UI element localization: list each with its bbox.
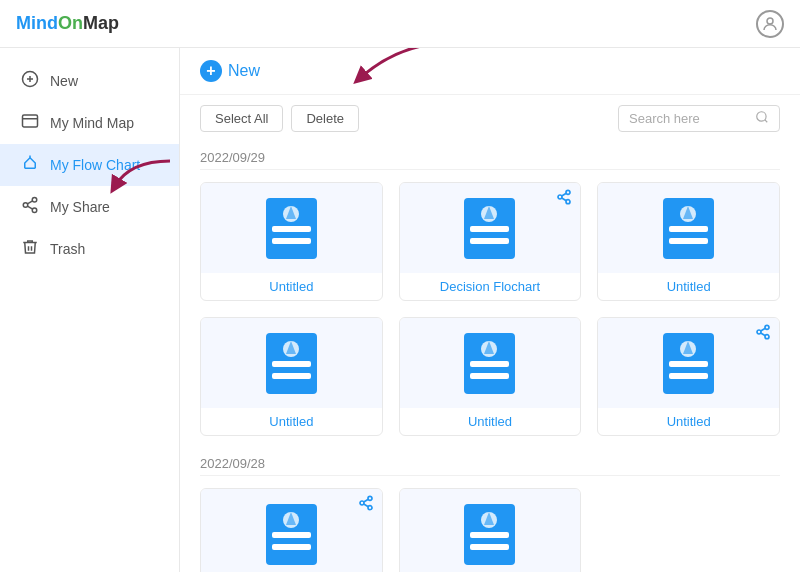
file-card-5-label: Untitled — [400, 408, 581, 435]
svg-rect-29 — [470, 238, 509, 244]
file-card-6[interactable]: Untitled — [597, 317, 780, 436]
svg-line-25 — [562, 198, 567, 201]
logo-map: Map — [83, 13, 119, 34]
svg-rect-63 — [272, 532, 311, 538]
sidebar-item-my-mind-map[interactable]: My Mind Map — [0, 102, 179, 144]
file-grid-2: DRD Untitled — [180, 476, 800, 572]
svg-rect-44 — [470, 373, 509, 379]
svg-rect-38 — [272, 361, 311, 367]
share-badge-6 — [755, 324, 771, 343]
share-badge-7 — [358, 495, 374, 514]
svg-line-26 — [562, 193, 567, 196]
user-icon[interactable] — [756, 10, 784, 38]
toolbar-left: Select All Delete — [200, 105, 359, 132]
search-box[interactable] — [618, 105, 780, 132]
plus-circle-icon — [20, 70, 40, 92]
logo: MindOnMap — [16, 13, 119, 34]
file-card-1[interactable]: Untitled — [200, 182, 383, 301]
layout: New My Mind Map My Flow Chart — [0, 48, 800, 572]
file-card-8[interactable]: Untitled — [399, 488, 582, 572]
svg-point-59 — [368, 506, 372, 510]
file-card-2-thumb — [400, 183, 581, 273]
sidebar-item-new[interactable]: New — [0, 60, 179, 102]
svg-point-57 — [368, 496, 372, 500]
search-icon — [755, 110, 769, 127]
file-card-4-thumb — [201, 318, 382, 408]
file-card-4-label: Untitled — [201, 408, 382, 435]
file-card-5-thumb — [400, 318, 581, 408]
file-card-7[interactable]: DRD — [200, 488, 383, 572]
svg-point-24 — [566, 200, 570, 204]
sidebar: New My Mind Map My Flow Chart — [0, 48, 180, 572]
svg-line-60 — [363, 504, 368, 507]
toolbar: Select All Delete — [180, 95, 800, 142]
delete-button[interactable]: Delete — [291, 105, 359, 132]
sidebar-item-my-flow-chart[interactable]: My Flow Chart — [0, 144, 179, 186]
svg-rect-53 — [669, 361, 708, 367]
svg-point-49 — [765, 335, 769, 339]
file-card-6-label: Untitled — [598, 408, 779, 435]
svg-point-48 — [757, 330, 761, 334]
svg-point-9 — [32, 198, 37, 203]
section-date-2: 2022/09/28 — [180, 448, 800, 475]
svg-rect-5 — [23, 115, 38, 127]
svg-point-10 — [23, 203, 28, 208]
mind-map-icon — [20, 112, 40, 134]
svg-point-11 — [32, 208, 37, 213]
header: MindOnMap — [0, 0, 800, 48]
svg-rect-19 — [272, 238, 311, 244]
sidebar-item-my-flow-chart-label: My Flow Chart — [50, 157, 140, 173]
svg-point-15 — [757, 112, 766, 121]
file-card-5[interactable]: Untitled — [399, 317, 582, 436]
section-date-1: 2022/09/29 — [180, 142, 800, 169]
svg-point-47 — [765, 325, 769, 329]
svg-line-50 — [761, 333, 766, 336]
svg-line-61 — [363, 499, 368, 502]
svg-rect-39 — [272, 373, 311, 379]
sidebar-item-my-mind-map-label: My Mind Map — [50, 115, 134, 131]
new-plus-icon: + — [200, 60, 222, 82]
file-card-1-label: Untitled — [201, 273, 382, 300]
svg-rect-69 — [470, 544, 509, 550]
file-grid-1: Untitled — [180, 170, 800, 448]
svg-rect-68 — [470, 532, 509, 538]
main-content: + New Select All Delete — [180, 48, 800, 572]
svg-line-51 — [761, 328, 766, 331]
svg-rect-34 — [669, 238, 708, 244]
trash-icon — [20, 238, 40, 260]
svg-rect-33 — [669, 226, 708, 232]
svg-rect-64 — [272, 544, 311, 550]
file-card-8-thumb — [400, 489, 581, 572]
new-button[interactable]: + New — [200, 60, 260, 82]
section-2022-09-28: 2022/09/28 — [180, 448, 800, 572]
section-2022-09-29: 2022/09/29 Untitled — [180, 142, 800, 448]
file-card-7-thumb — [201, 489, 382, 572]
svg-point-0 — [767, 18, 773, 24]
svg-rect-28 — [470, 226, 509, 232]
svg-line-16 — [765, 120, 768, 123]
new-button-label: New — [228, 62, 260, 80]
sidebar-item-trash[interactable]: Trash — [0, 228, 179, 270]
sidebar-item-new-label: New — [50, 73, 78, 89]
svg-line-12 — [27, 206, 32, 209]
flow-chart-icon — [20, 154, 40, 176]
sidebar-item-my-share[interactable]: My Share — [0, 186, 179, 228]
sidebar-item-trash-label: Trash — [50, 241, 85, 257]
file-card-3-thumb — [598, 183, 779, 273]
search-input[interactable] — [629, 111, 749, 126]
select-all-button[interactable]: Select All — [200, 105, 283, 132]
svg-rect-54 — [669, 373, 708, 379]
file-card-3[interactable]: Untitled — [597, 182, 780, 301]
share-icon — [20, 196, 40, 218]
svg-rect-18 — [272, 226, 311, 232]
file-card-4[interactable]: Untitled — [200, 317, 383, 436]
file-card-6-thumb — [598, 318, 779, 408]
svg-point-58 — [360, 501, 364, 505]
svg-line-13 — [27, 201, 32, 204]
logo-mind: Mind — [16, 13, 58, 34]
svg-point-22 — [566, 190, 570, 194]
share-badge-2 — [556, 189, 572, 208]
svg-point-23 — [558, 195, 562, 199]
logo-on: On — [58, 13, 83, 34]
file-card-2[interactable]: Decision Flochart — [399, 182, 582, 301]
